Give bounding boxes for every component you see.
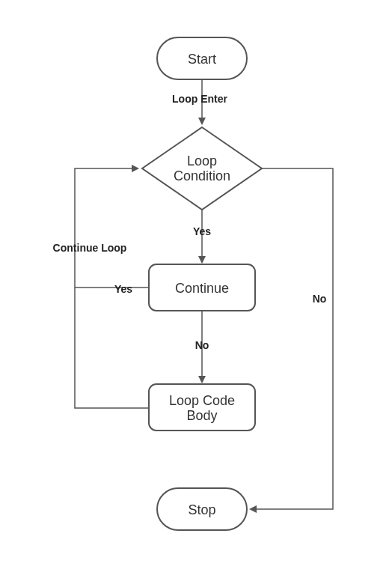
continue-label: Continue — [175, 281, 229, 296]
node-start: Start — [157, 37, 247, 79]
cont-no-label: No — [195, 339, 209, 351]
stop-label: Stop — [188, 502, 215, 517]
condition-label-2: Condition — [174, 168, 230, 183]
node-continue: Continue — [149, 264, 255, 311]
node-loop-body: Loop Code Body — [149, 384, 255, 431]
start-label: Start — [188, 52, 216, 67]
edge-start-to-condition: Loop Enter — [172, 79, 227, 124]
body-label-2: Body — [186, 408, 217, 423]
edge-continue-loop: Continue Loop — [53, 168, 149, 408]
node-stop: Stop — [157, 488, 247, 530]
cond-yes-label: Yes — [193, 225, 211, 237]
condition-label-1: Loop — [187, 153, 217, 168]
edge-condition-yes: Yes — [193, 210, 211, 262]
cond-no-label: No — [313, 293, 327, 305]
continue-loop-label: Continue Loop — [53, 242, 127, 254]
edge-condition-no: No — [251, 168, 333, 509]
node-loop-condition: Loop Condition — [142, 127, 262, 210]
loop-enter-label: Loop Enter — [172, 93, 227, 105]
edge-continue-no: No — [195, 311, 209, 382]
edge-continue-yes: Yes — [75, 283, 149, 295]
cont-yes-label: Yes — [114, 283, 132, 295]
body-label-1: Loop Code — [169, 393, 235, 408]
